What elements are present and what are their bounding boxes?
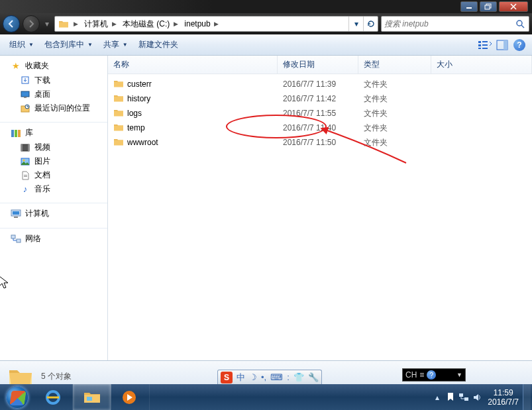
- breadcrumb-computer[interactable]: 计算机: [80, 17, 109, 31]
- svg-rect-34: [17, 239, 21, 242]
- sidebar-item-downloads[interactable]: 下载: [0, 74, 107, 87]
- libraries-icon: [11, 128, 21, 138]
- svg-rect-22: [18, 130, 21, 137]
- search-icon[interactable]: [514, 18, 526, 30]
- menu-icon[interactable]: ≡: [419, 370, 424, 380]
- language-bar[interactable]: CH ≡ ? ▼: [402, 368, 466, 382]
- downloads-label: 下载: [34, 75, 50, 86]
- recent-pages-dropdown[interactable]: ▾: [42, 17, 52, 31]
- sidebar-item-desktop[interactable]: 桌面: [0, 87, 107, 101]
- svg-rect-21: [15, 130, 17, 137]
- search-box[interactable]: [381, 16, 529, 32]
- help-icon: ?: [513, 39, 525, 51]
- restore-button[interactable]: [480, 1, 497, 12]
- show-hidden-icons[interactable]: ▴: [431, 393, 444, 402]
- column-type[interactable]: 类型: [358, 56, 431, 74]
- file-row-wwwroot[interactable]: wwwroot2016/7/7 11:50文件夹: [108, 135, 532, 150]
- svg-rect-9: [478, 48, 481, 49]
- sidebar-item-computer[interactable]: 计算机: [0, 206, 107, 221]
- clock[interactable]: 11:59 2016/7/7: [484, 388, 523, 407]
- sidebar-item-music[interactable]: ♪ 音乐: [0, 182, 107, 196]
- preview-pane-button[interactable]: [494, 37, 511, 53]
- desktop-icon: [20, 89, 30, 100]
- newfolder-label: 新建文件夹: [138, 39, 178, 50]
- language-label: CH: [405, 370, 417, 380]
- navigation-pane: ★ 收藏夹 下载 桌面 最近访问的位置 库 视频: [0, 56, 108, 360]
- chevron-right-icon[interactable]: ▶: [212, 17, 221, 31]
- favorites-header[interactable]: ★ 收藏夹: [0, 58, 107, 74]
- sidebar-item-network[interactable]: 网络: [0, 231, 107, 246]
- ime-tools-icon[interactable]: 🔧: [308, 372, 319, 382]
- favorites-group: ★ 收藏夹 下载 桌面 最近访问的位置: [0, 56, 107, 123]
- taskbar-explorer[interactable]: [73, 384, 111, 410]
- breadcrumb-inetpub[interactable]: inetpub: [180, 17, 211, 31]
- file-name: wwwroot: [127, 138, 158, 147]
- sogou-logo-icon[interactable]: S: [221, 372, 233, 384]
- ime-bar[interactable]: S 中 ☽ •, ⌨ : 👕 🔧: [217, 370, 322, 384]
- address-bar[interactable]: ▶ 计算机 ▶ 本地磁盘 (C:) ▶ inetpub ▶ ▾: [54, 16, 378, 32]
- sidebar-item-recent[interactable]: 最近访问的位置: [0, 101, 107, 115]
- new-folder-button[interactable]: 新建文件夹: [133, 37, 184, 53]
- column-headers: 名称 修改日期 类型 大小: [108, 56, 532, 74]
- chevron-down-icon[interactable]: ▼: [456, 372, 462, 378]
- show-desktop-button[interactable]: [523, 384, 531, 410]
- column-name[interactable]: 名称: [108, 56, 278, 74]
- file-row-temp[interactable]: temp2016/7/7 11:40文件夹: [108, 121, 532, 135]
- libraries-header[interactable]: 库: [0, 125, 107, 140]
- ime-skin-icon[interactable]: 👕: [293, 372, 304, 382]
- action-center-icon[interactable]: [444, 391, 457, 404]
- ime-moon-icon[interactable]: ☽: [249, 372, 257, 382]
- ime-softkeyboard-icon[interactable]: ⌨: [270, 372, 283, 382]
- file-row-logs[interactable]: logs2016/7/7 11:55文件夹: [108, 106, 532, 121]
- svg-rect-25: [28, 144, 29, 151]
- ime-punct-icon[interactable]: •,: [261, 372, 266, 382]
- chevron-right-icon[interactable]: ▶: [171, 17, 180, 31]
- ime-separator-icon: :: [287, 372, 290, 382]
- share-with-button[interactable]: 共享▼: [98, 37, 133, 53]
- help-button[interactable]: ?: [511, 37, 528, 53]
- minimize-button[interactable]: [460, 1, 478, 12]
- recent-label: 最近访问的位置: [34, 103, 90, 114]
- svg-point-5: [517, 21, 522, 26]
- help-icon[interactable]: ?: [427, 370, 436, 380]
- file-date: 2016/7/7 11:39: [278, 79, 358, 89]
- taskbar: CH ≡ ? ▼ ▴ 11:59 2016/7/7: [0, 384, 532, 410]
- address-dropdown[interactable]: ▾: [348, 17, 363, 31]
- breadcrumb-root-sep[interactable]: ▶: [71, 17, 80, 31]
- chevron-right-icon[interactable]: ▶: [109, 17, 119, 31]
- breadcrumb: 计算机 ▶ 本地磁盘 (C:) ▶ inetpub ▶: [80, 17, 348, 31]
- file-row-custerr[interactable]: custerr2016/7/7 11:39文件夹: [108, 77, 532, 91]
- taskbar-ie[interactable]: [34, 384, 73, 410]
- svg-rect-32: [14, 217, 18, 218]
- file-row-history[interactable]: history2016/7/7 11:42文件夹: [108, 91, 532, 106]
- taskbar-wmp[interactable]: [111, 384, 150, 410]
- back-button[interactable]: [3, 15, 20, 32]
- folder-icon: [113, 137, 124, 148]
- volume-icon[interactable]: [470, 391, 484, 404]
- sidebar-item-documents[interactable]: 文档: [0, 168, 107, 182]
- svg-rect-2: [485, 5, 490, 9]
- breadcrumb-disk-c[interactable]: 本地磁盘 (C:): [119, 17, 171, 31]
- status-text: 5 个对象: [41, 371, 72, 382]
- start-button[interactable]: [0, 384, 34, 410]
- column-size[interactable]: 大小: [431, 56, 532, 74]
- network-tray-icon[interactable]: [457, 391, 470, 404]
- search-input[interactable]: [384, 19, 514, 28]
- ime-lang-toggle[interactable]: 中: [237, 372, 245, 384]
- documents-icon: [20, 170, 30, 181]
- svg-rect-8: [478, 44, 481, 46]
- refresh-button[interactable]: [363, 17, 378, 31]
- change-view-button[interactable]: [476, 37, 494, 53]
- desktop-label: 桌面: [34, 89, 50, 100]
- forward-button[interactable]: [23, 15, 40, 32]
- column-date-modified[interactable]: 修改日期: [278, 56, 358, 74]
- include-in-library-button[interactable]: 包含到库中▼: [39, 37, 98, 53]
- sidebar-item-pictures[interactable]: 图片: [0, 154, 107, 168]
- organize-button[interactable]: 组织▼: [4, 37, 39, 53]
- title-bar: [0, 0, 532, 13]
- sidebar-item-videos[interactable]: 视频: [0, 140, 107, 154]
- close-button[interactable]: [499, 1, 528, 12]
- documents-label: 文档: [34, 170, 50, 181]
- svg-rect-38: [459, 393, 463, 397]
- folder-icon: [56, 17, 71, 31]
